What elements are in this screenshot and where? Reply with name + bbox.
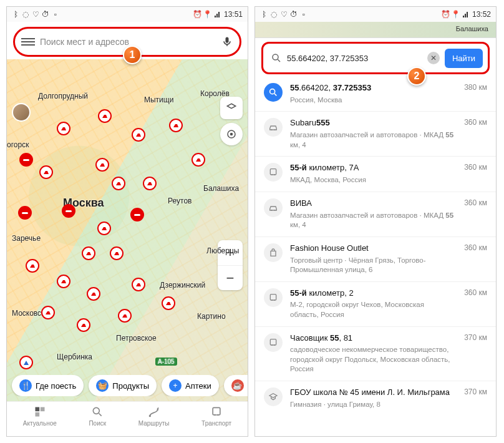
chip-more[interactable]: ☕К	[224, 375, 248, 396]
result-item[interactable]: 55-й километр, 7АМКАД, Москва, Россия360…	[255, 156, 496, 191]
chip-groceries[interactable]: 🧺Продукты	[89, 375, 157, 396]
result-title: 55-й километр, 7А	[290, 163, 454, 173]
result-distance: 360 км	[464, 288, 487, 320]
map-poi[interactable]	[143, 177, 157, 190]
nav-search[interactable]: Поиск	[89, 406, 106, 436]
result-subtitle: Магазин автозапчастей и автотоваров · МК…	[290, 211, 454, 230]
svg-point-7	[148, 415, 150, 417]
zoom-out-button[interactable]: −	[218, 265, 243, 290]
callout-badge-2: 2	[407, 67, 426, 85]
status-bar: ᛒ ◌ ♡ ⏱ ▫ ⏰ 📍 13:52	[255, 7, 496, 22]
alarm-icon: ⏰	[442, 11, 450, 18]
clear-icon[interactable]: ✕	[427, 52, 440, 64]
map-poi[interactable]	[26, 259, 39, 273]
result-item[interactable]: Часовщик 55, 81садоводческое некоммерчес…	[255, 326, 496, 381]
map-poi[interactable]	[132, 278, 145, 291]
map-poi[interactable]	[98, 109, 112, 123]
chip-pharmacy[interactable]: +Аптеки	[162, 375, 219, 396]
phone-right: ᛒ ◌ ♡ ⏱ ▫ ⏰ 📍 13:52 Балашиха 55.664202, …	[254, 6, 497, 437]
result-distance: 360 км	[464, 163, 487, 185]
map-poi[interactable]	[41, 306, 55, 319]
map-poi[interactable]	[97, 221, 111, 235]
nav-transport[interactable]: Транспорт	[201, 406, 231, 436]
map-poi[interactable]	[19, 356, 33, 369]
car-icon	[264, 118, 283, 137]
nav-feed[interactable]: Актуальное	[23, 406, 57, 436]
search-results[interactable]: 55.664202, 37.725353Россия, Москва380 км…	[255, 77, 496, 436]
result-item[interactable]: 55.664202, 37.725353Россия, Москва380 км	[255, 77, 496, 111]
result-distance: 380 км	[464, 83, 487, 105]
map-poi[interactable]	[18, 206, 32, 220]
search-icon	[271, 52, 282, 64]
svg-point-10	[217, 414, 219, 416]
result-title: 55.664202, 37.725353	[290, 83, 454, 94]
result-item[interactable]: 55-й километр, 2М-2, городской округ Чех…	[255, 281, 496, 326]
map-poi[interactable]	[19, 153, 33, 167]
map-poi[interactable]	[87, 287, 100, 301]
mic-icon[interactable]	[221, 36, 233, 48]
bus-icon	[264, 333, 283, 352]
square-icon: ▫	[52, 11, 59, 18]
result-title: 55-й километр, 2	[290, 288, 454, 299]
avatar[interactable]	[12, 103, 31, 122]
timer-icon: ⏱	[42, 11, 49, 18]
map-strip: Балашиха	[255, 22, 496, 38]
result-title: ГБОУ школа № 45 имени Л. И. Мильграма	[290, 387, 454, 398]
phone-left: ᛒ ◌ ♡ ⏱ ▫ ⏰ 📍 13:51 Поиск мест и адресов…	[6, 6, 248, 437]
map-poi[interactable]	[57, 275, 70, 288]
chat-icon: ◌	[270, 11, 278, 18]
location-icon: 📍	[452, 11, 460, 18]
shield-icon: ♡	[280, 11, 288, 18]
result-item[interactable]: Subaru555Магазин автозапчастей и автотов…	[255, 111, 496, 156]
result-item[interactable]: ВИВАМагазин автозапчастей и автотоваров …	[255, 192, 496, 236]
layers-button[interactable]	[220, 97, 243, 119]
result-item[interactable]: Fashion House OutletТорговый центр · Чёр…	[255, 236, 496, 281]
menu-icon[interactable]	[21, 35, 35, 49]
map-poi[interactable]	[95, 158, 109, 172]
label-balashikha: Балашиха	[203, 184, 239, 193]
nav-routes[interactable]: Маршруты	[138, 406, 170, 436]
search-input[interactable]: 55.664202, 37.725353	[287, 54, 422, 63]
svg-rect-8	[213, 407, 220, 415]
svg-rect-4	[41, 407, 45, 412]
svg-point-21	[271, 299, 273, 301]
svg-rect-20	[270, 294, 276, 299]
callout-badge-1: 1	[123, 46, 142, 64]
svg-point-13	[271, 129, 272, 130]
result-subtitle: Магазин автозапчастей и автотоваров · МК…	[290, 130, 454, 150]
traffic-button[interactable]	[220, 123, 243, 145]
label-shcherbinka: Щербинка	[57, 353, 92, 361]
bt-icon: ᛒ	[12, 11, 19, 18]
svg-rect-15	[270, 169, 276, 175]
map-poi[interactable]	[57, 122, 70, 135]
map-poi[interactable]	[191, 153, 205, 167]
label-reutov: Реутов	[168, 197, 191, 205]
map-poi[interactable]	[130, 208, 144, 221]
map-canvas[interactable]: + − Москва Долгопрудный Мытищи Королёв Р…	[7, 59, 248, 401]
map-poi[interactable]	[62, 204, 75, 218]
map-poi[interactable]	[77, 318, 90, 332]
map-poi[interactable]	[39, 165, 53, 179]
map-poi[interactable]	[162, 296, 175, 310]
map-poi[interactable]	[82, 246, 95, 260]
result-item[interactable]: ГБОУ школа № 45 имени Л. И. МильграмаГим…	[255, 381, 496, 416]
svg-point-22	[274, 299, 275, 301]
chip-food[interactable]: 🍴Где поесть	[12, 375, 84, 396]
svg-point-11	[273, 54, 278, 60]
svg-point-24	[271, 344, 273, 346]
find-button[interactable]: Найти	[445, 49, 483, 68]
map-poi[interactable]	[169, 119, 183, 132]
map-poi[interactable]	[132, 128, 145, 142]
result-subtitle: М-2, городской округ Чехов, Московская о…	[290, 300, 454, 319]
bottom-nav: Актуальное Поиск Маршруты Транспорт	[7, 401, 248, 436]
map-poi[interactable]	[112, 177, 125, 190]
map-poi[interactable]	[118, 309, 132, 323]
result-title: Fashion House Outlet	[290, 243, 454, 254]
svg-point-14	[274, 129, 276, 130]
svg-rect-23	[270, 339, 276, 344]
result-distance: 370 км	[464, 333, 487, 374]
search-bar[interactable]: 55.664202, 37.725353 ✕ Найти	[261, 42, 490, 74]
location-icon: 📍	[204, 11, 211, 18]
map-poi[interactable]	[110, 246, 124, 260]
alarm-icon: ⏰	[194, 11, 201, 18]
